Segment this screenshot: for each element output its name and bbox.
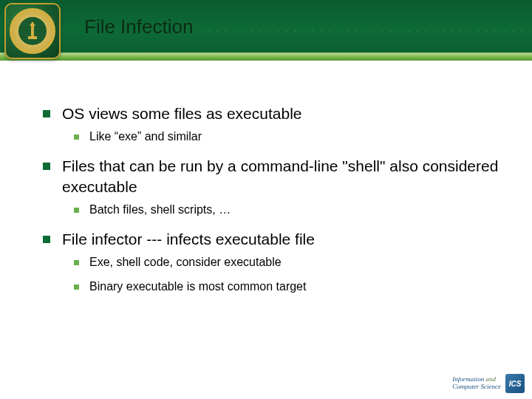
svg-marker-2	[30, 21, 35, 26]
bullet-square-icon	[43, 110, 50, 117]
bullet-square-icon	[74, 208, 79, 213]
bullet-square-icon	[74, 134, 79, 140]
svg-rect-0	[31, 24, 34, 38]
footer-joiner: and	[486, 375, 497, 383]
bullet-group: File infector --- infects executable fil…	[43, 229, 502, 295]
tower-icon	[25, 21, 40, 41]
list-item: OS views some files as executable	[43, 103, 502, 124]
list-item: File infector --- infects executable fil…	[43, 229, 502, 250]
sub-list-item-text: Batch files, shell scripts, …	[89, 202, 231, 218]
bullet-group: OS views some files as executable Like “…	[43, 103, 502, 146]
footer-text: Information and Computer Science	[452, 376, 501, 391]
list-item-text: OS views some files as executable	[62, 103, 301, 124]
footer-logo: Information and Computer Science ICS	[452, 374, 525, 393]
sub-list-item-text: Like “exe” and similar	[89, 129, 202, 145]
list-item-text: File infector --- infects executable fil…	[62, 229, 315, 250]
sub-list-item-text: Binary executable is most common target	[89, 279, 306, 295]
ics-badge-icon: ICS	[505, 374, 525, 393]
slide-content: OS views some files as executable Like “…	[0, 61, 532, 295]
sub-list-item: Binary executable is most common target	[74, 279, 502, 295]
bullet-square-icon	[43, 236, 50, 243]
slide-title: File Infection	[84, 16, 193, 38]
bullet-group: Files that can be run by a command-line …	[43, 156, 502, 219]
bullet-square-icon	[74, 284, 79, 290]
sub-list-item: Exe, shell code, consider executable	[74, 254, 502, 270]
sub-list-item-text: Exe, shell code, consider executable	[89, 254, 282, 270]
footer-line2: Computer Science	[452, 383, 501, 391]
list-item: Files that can be run by a command-line …	[43, 156, 502, 198]
slide-header: File Infection	[0, 0, 532, 61]
university-logo	[4, 3, 61, 59]
sub-list-item: Like “exe” and similar	[74, 129, 502, 145]
sub-list-item: Batch files, shell scripts, …	[74, 202, 502, 218]
header-decoration	[207, 24, 517, 35]
bullet-square-icon	[74, 260, 79, 265]
list-item-text: Files that can be run by a command-line …	[62, 156, 502, 198]
bullet-square-icon	[43, 163, 50, 170]
svg-rect-1	[28, 36, 37, 39]
footer-line1: Information	[452, 375, 484, 383]
